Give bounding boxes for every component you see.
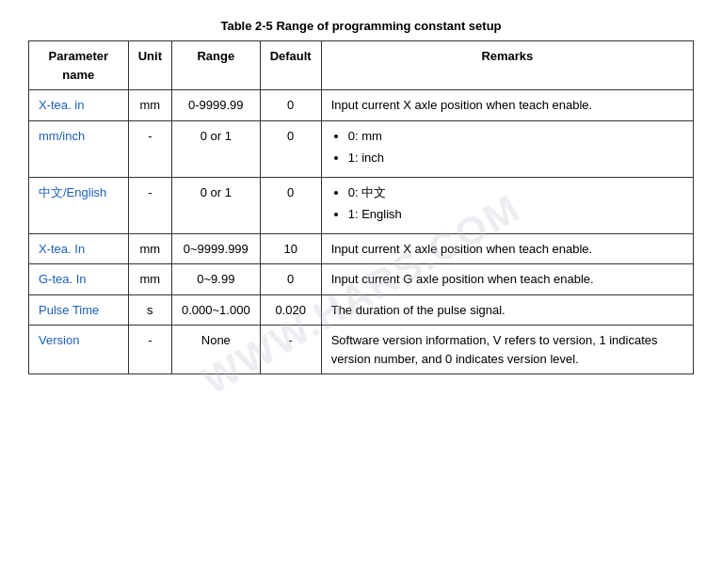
table-row: G-tea. Inmm0~9.990Input current G axle p… [29, 264, 694, 295]
table-row: Version-None-Software version informatio… [29, 326, 694, 374]
cell-unit: s [128, 294, 171, 326]
table-header-row: Parameter name Unit Range Default Remark… [29, 41, 694, 90]
cell-unit: mm [128, 90, 171, 121]
list-item: 0: mm [348, 127, 683, 146]
table-row: X-tea. inmm0-9999.990Input current X axl… [29, 90, 694, 121]
cell-remarks: Input current X axle position when teach… [321, 90, 693, 121]
col-header-param: Parameter name [29, 41, 129, 90]
cell-default: 0 [260, 90, 321, 121]
parameter-table: Parameter name Unit Range Default Remark… [28, 40, 694, 374]
cell-range: 0~9999.999 [171, 233, 260, 264]
cell-unit: - [128, 326, 171, 374]
col-header-unit: Unit [128, 41, 171, 90]
cell-default: - [260, 326, 321, 374]
cell-remarks: The duration of the pulse signal. [321, 294, 693, 326]
list-item: 1: English [348, 205, 683, 224]
cell-range: 0~9.99 [171, 264, 260, 295]
cell-param-name: Version [29, 326, 129, 374]
table-row: Pulse Times0.000~1.0000.020The duration … [29, 294, 694, 326]
cell-unit: - [128, 120, 171, 177]
cell-range: 0 or 1 [171, 120, 260, 177]
cell-param-name: X-tea. In [29, 233, 129, 264]
cell-default: 0 [260, 120, 321, 177]
cell-remarks: 0: 中文1: English [321, 177, 693, 233]
cell-default: 0.020 [260, 294, 321, 326]
cell-param-name: Pulse Time [29, 294, 129, 326]
cell-remarks: 0: mm1: inch [321, 120, 693, 177]
table-title: Table 2-5 Range of programming constant … [28, 19, 694, 33]
cell-param-name: 中文/English [29, 177, 129, 233]
cell-param-name: mm/inch [29, 120, 129, 177]
cell-remarks: Input current G axle position when teach… [321, 264, 693, 295]
cell-default: 0 [260, 264, 321, 295]
table-row: X-tea. Inmm0~9999.99910Input current X a… [29, 233, 694, 264]
cell-default: 0 [260, 177, 321, 233]
list-item: 0: 中文 [348, 183, 683, 202]
cell-remarks: Input current X axle position when teach… [321, 233, 693, 264]
cell-range: None [171, 326, 260, 374]
cell-range: 0 or 1 [171, 177, 260, 233]
cell-default: 10 [260, 233, 321, 264]
list-item: 1: inch [348, 149, 683, 167]
cell-unit: - [128, 177, 171, 233]
table-row: mm/inch-0 or 100: mm1: inch [29, 120, 694, 177]
cell-unit: mm [128, 264, 171, 295]
cell-remarks: Software version information, V refers t… [321, 326, 693, 374]
cell-unit: mm [128, 233, 171, 264]
col-header-remarks: Remarks [321, 41, 693, 90]
col-header-range: Range [171, 41, 260, 90]
table-row: 中文/English-0 or 100: 中文1: English [29, 177, 694, 233]
cell-param-name: X-tea. in [29, 90, 129, 121]
col-header-default: Default [260, 41, 321, 90]
cell-param-name: G-tea. In [29, 264, 129, 295]
cell-range: 0.000~1.000 [171, 294, 260, 326]
cell-range: 0-9999.99 [171, 90, 260, 121]
